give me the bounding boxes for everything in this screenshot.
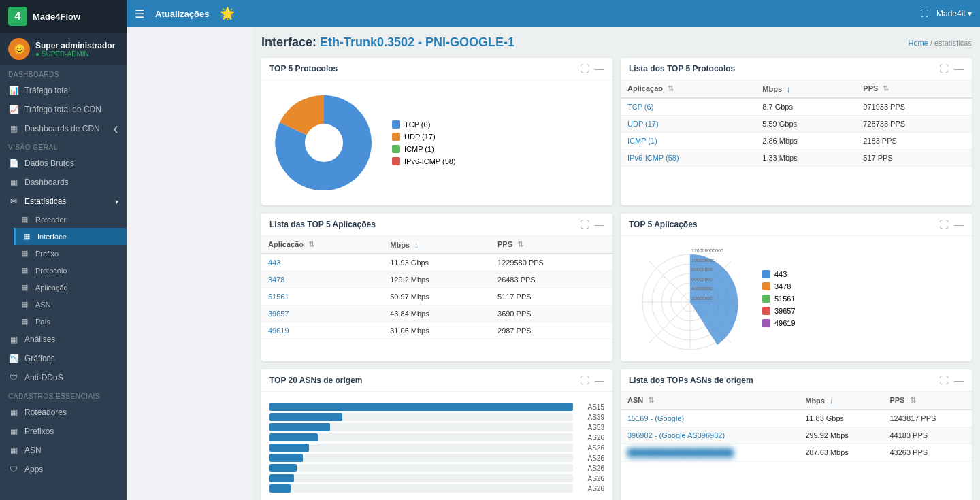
sidebar-item-estatisticas[interactable]: ✉ Estatísticas ▾ bbox=[0, 192, 127, 211]
asn-link-blurred[interactable]: ████████████████████ bbox=[627, 448, 734, 456]
sidebar-item-dashboards-cdn[interactable]: ▦ Dashboards de CDN ❮ bbox=[0, 119, 127, 138]
svg-text:80000000: 80000000 bbox=[691, 267, 713, 272]
svg-text:100000000: 100000000 bbox=[691, 258, 715, 263]
asn-396982-mbps: 299.92 Mbps bbox=[798, 427, 883, 444]
collapse-icon-2[interactable]: — bbox=[954, 63, 964, 74]
bar-fill bbox=[270, 403, 573, 411]
sidebar-item-roteador[interactable]: ▦ Roteador bbox=[14, 211, 127, 228]
th-pps-asn[interactable]: PPS ⇅ bbox=[883, 392, 972, 410]
app-link-49619[interactable]: 49619 bbox=[268, 327, 289, 335]
expand-icon[interactable]: ⛶ bbox=[920, 9, 928, 18]
ipv6-mbps: 1.33 Mbps bbox=[755, 150, 856, 167]
asn-link-396982[interactable]: 396982 - (Google AS396982) bbox=[627, 431, 725, 439]
bar-fill bbox=[270, 484, 291, 493]
th-pps[interactable]: PPS ⇅ bbox=[856, 80, 972, 98]
prefixos-icon: ▦ bbox=[8, 427, 19, 436]
sidebar-item-dados-brutos[interactable]: 📄 Dados Brutos bbox=[0, 154, 127, 173]
sidebar-item-interface[interactable]: ▦ Interface bbox=[14, 228, 127, 245]
widget-controls-2[interactable]: ⛶ — bbox=[939, 63, 964, 74]
widget-list-top-asn-body: ASN ⇅ Mbps ↓ PPS ⇅ 15169 - (Google) 11.8… bbox=[621, 392, 972, 500]
proto-link-icmp[interactable]: ICMP (1) bbox=[627, 137, 657, 145]
th-pps-apps[interactable]: PPS ⇅ bbox=[491, 236, 612, 254]
sidebar-item-apps[interactable]: 🛡 Apps bbox=[0, 460, 127, 479]
legend-39657: 39657 bbox=[762, 307, 796, 315]
sidebar-item-pais[interactable]: ▦ País bbox=[14, 313, 127, 330]
section-cadastros-label: Cadastros essenciais bbox=[0, 387, 127, 403]
legend-dot-ipv6 bbox=[392, 157, 400, 165]
icmp-mbps: 2.86 Mbps bbox=[755, 133, 856, 150]
brand-button[interactable]: Made4it ▾ bbox=[936, 9, 972, 18]
proto-link-ipv6[interactable]: IPv6-ICMP (58) bbox=[627, 154, 679, 162]
sidebar-item-anti-ddos[interactable]: 🛡 Anti-DDoS bbox=[0, 368, 127, 387]
collapse-icon-3[interactable]: — bbox=[595, 219, 604, 230]
sidebar-item-label: Análises bbox=[24, 335, 55, 344]
sidebar-item-graficos[interactable]: 📉 Gráficos bbox=[0, 349, 127, 368]
sidebar-item-asn-cadastro[interactable]: ▦ ASN bbox=[0, 441, 127, 460]
expand-icon-5[interactable]: ⛶ bbox=[580, 375, 589, 386]
legend-label-49619: 49619 bbox=[774, 319, 796, 327]
sidebar-item-label: Gráficos bbox=[24, 354, 55, 363]
app-39657-pps: 3690 PPS bbox=[491, 305, 612, 322]
expand-icon[interactable]: ⛶ bbox=[580, 63, 589, 74]
app-link-39657[interactable]: 39657 bbox=[268, 310, 289, 318]
asn-link-15169[interactable]: 15169 - (Google) bbox=[627, 414, 684, 422]
expand-icon-4[interactable]: ⛶ bbox=[939, 219, 949, 230]
expand-icon-6[interactable]: ⛶ bbox=[939, 375, 949, 386]
sidebar-item-prefixo[interactable]: ▦ Prefixo bbox=[14, 245, 127, 262]
collapse-icon-5[interactable]: — bbox=[595, 375, 604, 386]
th-mbps[interactable]: Mbps ↓ bbox=[755, 80, 856, 98]
svg-text:120000000000: 120000000000 bbox=[691, 248, 723, 253]
bar-fill bbox=[270, 423, 330, 431]
app-443-pps: 1229580 PPS bbox=[491, 254, 612, 271]
widget-top20-asn-title: TOP 20 ASNs de origem bbox=[270, 376, 363, 385]
bar-row-as26f: AS26 bbox=[270, 484, 604, 493]
expand-icon-3[interactable]: ⛶ bbox=[580, 219, 589, 230]
th-mbps-asn[interactable]: Mbps ↓ bbox=[798, 392, 883, 410]
collapse-icon[interactable]: — bbox=[595, 63, 604, 74]
chart-icon: 📊 bbox=[8, 86, 19, 95]
app-link-3478[interactable]: 3478 bbox=[268, 276, 284, 284]
expand-icon-2[interactable]: ⛶ bbox=[939, 63, 949, 74]
chart-line-icon: 📈 bbox=[8, 105, 19, 114]
th-aplicacao[interactable]: Aplicação ⇅ bbox=[621, 80, 755, 98]
th-aplicacao-apps[interactable]: Aplicação ⇅ bbox=[261, 236, 383, 254]
sidebar-item-roteadores[interactable]: ▦ Roteadores bbox=[0, 403, 127, 422]
sidebar-item-trafego-cdn[interactable]: 📈 Tráfego total de CDN bbox=[0, 100, 127, 119]
widget-top5-apps-header: TOP 5 Aplicações ⛶ — bbox=[621, 214, 972, 236]
th-mbps-apps[interactable]: Mbps ↓ bbox=[383, 236, 491, 254]
sidebar-item-prefixos[interactable]: ▦ Prefixos bbox=[0, 422, 127, 441]
bar-track bbox=[270, 474, 573, 482]
widget-controls-4[interactable]: ⛶ — bbox=[939, 219, 964, 230]
sidebar-item-analises[interactable]: ▦ Análises bbox=[0, 330, 127, 349]
polar-chart: 120000000000 100000000 80000000 60000000… bbox=[629, 244, 751, 353]
app-49619-pps: 2987 PPS bbox=[491, 322, 612, 339]
app-link-51561[interactable]: 51561 bbox=[268, 293, 289, 301]
section-visao-label: Visão geral bbox=[0, 138, 127, 154]
th-asn[interactable]: ASN ⇅ bbox=[621, 392, 798, 410]
widget-controls-3[interactable]: ⛶ — bbox=[580, 219, 604, 230]
tcp-pps: 971933 PPS bbox=[856, 98, 972, 116]
sidebar-item-trafego-total[interactable]: 📊 Tráfego total bbox=[0, 81, 127, 100]
topnav-title: Atualizações bbox=[155, 9, 209, 19]
collapse-icon-6[interactable]: — bbox=[954, 375, 964, 386]
hamburger-icon[interactable]: ☰ bbox=[135, 7, 144, 20]
breadcrumb-home[interactable]: Home bbox=[908, 39, 928, 47]
sidebar-item-protocolo[interactable]: ▦ Protocolo bbox=[14, 262, 127, 279]
sidebar-item-dashboards[interactable]: ▦ Dashboards bbox=[0, 173, 127, 192]
table-row: 396982 - (Google AS396982) 299.92 Mbps 4… bbox=[621, 427, 972, 444]
sidebar-item-label: Interface bbox=[37, 233, 67, 241]
legend-dot-443 bbox=[762, 270, 770, 278]
widget-controls-6[interactable]: ⛶ — bbox=[939, 375, 964, 386]
asn-blurred-pps: 43263 PPS bbox=[883, 444, 972, 461]
sidebar-item-asn[interactable]: ▦ ASN bbox=[14, 296, 127, 313]
bar-fill bbox=[270, 413, 342, 421]
legend-dot-39657 bbox=[762, 307, 770, 315]
topnav-star-icon: 🌟 bbox=[220, 6, 235, 21]
sidebar-item-aplicacao[interactable]: ▦ Aplicação bbox=[14, 279, 127, 296]
widget-controls[interactable]: ⛶ — bbox=[580, 63, 604, 74]
proto-link-udp[interactable]: UDP (17) bbox=[627, 120, 659, 128]
widget-controls-5[interactable]: ⛶ — bbox=[580, 375, 604, 386]
app-link-443[interactable]: 443 bbox=[268, 259, 280, 267]
proto-link-tcp[interactable]: TCP (6) bbox=[627, 103, 653, 111]
collapse-icon-4[interactable]: — bbox=[954, 219, 964, 230]
